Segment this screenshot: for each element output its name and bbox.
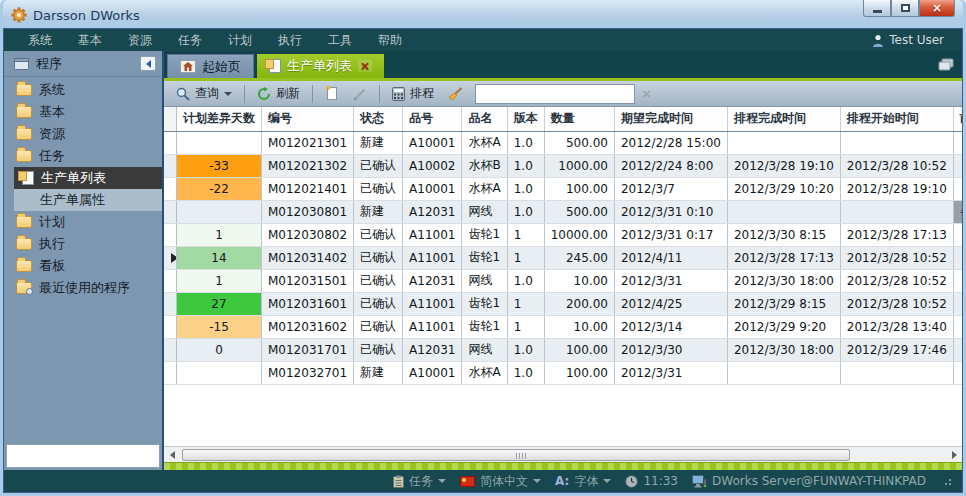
sidebar-item-6[interactable]: 计划 bbox=[4, 211, 162, 233]
folder-icon bbox=[16, 128, 32, 140]
column-header-5[interactable]: 版本 bbox=[507, 107, 544, 131]
close-button[interactable]: × bbox=[919, 0, 955, 17]
row-indicator-cell bbox=[164, 338, 177, 361]
table-header-row: 计划差异天数编号状态品号品名版本数量期望完成时间排程完成时间排程开始时间前 bbox=[164, 107, 962, 131]
menu-item-task[interactable]: 任务 bbox=[178, 32, 202, 49]
cell: 2012/3/28 17:13 bbox=[727, 246, 840, 269]
column-header-4[interactable]: 品名 bbox=[462, 107, 507, 131]
cell: A11001 bbox=[403, 246, 462, 269]
cell: 2012/3/28 19:10 bbox=[727, 154, 840, 177]
table-row[interactable]: 0M012031701已确认A12031网线1.0100.002012/3/30… bbox=[164, 338, 962, 361]
sidebar-item-label: 任务 bbox=[39, 147, 65, 165]
column-header-3[interactable]: 品号 bbox=[403, 107, 462, 131]
minimize-button[interactable] bbox=[863, 0, 891, 17]
table-row[interactable]: -15M012031602已确认A11001齿轮1110.002012/3/14… bbox=[164, 315, 962, 338]
cell bbox=[953, 154, 962, 177]
cell bbox=[727, 200, 840, 223]
table-row[interactable]: 1M012030802已确认A11001齿轮1110000.002012/3/3… bbox=[164, 223, 962, 246]
sidebar-collapse-button[interactable] bbox=[140, 56, 156, 71]
cell: 已确认 bbox=[354, 315, 403, 338]
recent-clock-icon bbox=[26, 288, 33, 295]
maximize-button[interactable] bbox=[891, 0, 919, 17]
tab-production-order-list[interactable]: 生产单列表 × bbox=[257, 54, 384, 78]
sidebar-search-input[interactable] bbox=[19, 449, 169, 463]
column-header-8[interactable]: 排程完成时间 bbox=[727, 107, 840, 131]
scrollbar-thumb[interactable] bbox=[182, 449, 850, 461]
table-row[interactable]: 27M012031601已确认A11001齿轮11200.002012/4/25… bbox=[164, 292, 962, 315]
column-header-6[interactable]: 数量 bbox=[544, 107, 614, 131]
cell: 2012/4/25 bbox=[614, 292, 727, 315]
menu-item-basic[interactable]: 基本 bbox=[78, 32, 102, 49]
sidebar-item-5[interactable]: 生产单属性 bbox=[14, 189, 162, 211]
sidebar-item-4[interactable]: 生产单列表 bbox=[14, 167, 162, 189]
table-row[interactable]: M012032701新建A10001水杯A1.0100.002012/3/31 bbox=[164, 361, 962, 384]
scroll-left-icon[interactable] bbox=[164, 447, 180, 463]
cell: 2012/3/28 17:13 bbox=[840, 223, 953, 246]
column-header-0[interactable]: 计划差异天数 bbox=[177, 107, 262, 131]
column-header-10[interactable]: 前 bbox=[953, 107, 962, 131]
table-row[interactable]: M012021301新建A10001水杯A1.0500.002012/2/28 … bbox=[164, 131, 962, 154]
sidebar-tree: 系统基本资源任务生产单列表生产单属性计划执行看板最近使用的程序 bbox=[4, 77, 162, 442]
cell: 齿轮1 bbox=[462, 315, 507, 338]
column-header-2[interactable]: 状态 bbox=[354, 107, 403, 131]
cell: 1000.00 bbox=[544, 154, 614, 177]
cell: 100.00 bbox=[544, 338, 614, 361]
horizontal-scrollbar[interactable] bbox=[164, 446, 962, 462]
resize-grip[interactable] bbox=[942, 476, 952, 486]
cell: -33 bbox=[177, 154, 262, 177]
table-row[interactable]: -22M012021401已确认A10001水杯A1.0100.002012/3… bbox=[164, 177, 962, 200]
cell: A10001 bbox=[403, 131, 462, 154]
sidebar-item-8[interactable]: 看板 bbox=[4, 255, 162, 277]
new-button[interactable] bbox=[321, 84, 343, 103]
menu-item-system[interactable]: 系统 bbox=[28, 32, 52, 49]
menu-item-plan[interactable]: 计划 bbox=[228, 32, 252, 49]
schedule-button[interactable]: 排程 bbox=[388, 83, 438, 104]
sidebar-header-label: 程序 bbox=[36, 55, 62, 73]
column-header-1[interactable]: 编号 bbox=[262, 107, 354, 131]
cell: 1.0 bbox=[507, 338, 544, 361]
refresh-button[interactable]: 刷新 bbox=[253, 83, 304, 104]
sidebar-item-1[interactable]: 基本 bbox=[4, 101, 162, 123]
sidebar-item-2[interactable]: 资源 bbox=[4, 123, 162, 145]
status-clock: 11:33 bbox=[625, 474, 678, 488]
table-row[interactable]: M012030801新建A12031网线1.0500.002012/3/31 0… bbox=[164, 200, 962, 223]
status-language-menu[interactable]: 简体中文 bbox=[460, 473, 541, 490]
toolbar-search-input[interactable] bbox=[486, 87, 636, 101]
user-menu[interactable]: Test User bbox=[872, 33, 944, 47]
content-area: 起始页 生产单列表 × bbox=[164, 51, 962, 470]
cell: M012021401 bbox=[262, 177, 354, 200]
menu-item-tools[interactable]: 工具 bbox=[328, 32, 352, 49]
cell: 2012/3/30 18:00 bbox=[727, 338, 840, 361]
status-task-menu[interactable]: 任务 bbox=[393, 473, 446, 490]
table-row[interactable]: -33M012021302已确认A10002水杯B1.01000.002012/… bbox=[164, 154, 962, 177]
cell bbox=[953, 361, 962, 384]
cell: M012031701 bbox=[262, 338, 354, 361]
sidebar-item-3[interactable]: 任务 bbox=[4, 145, 162, 167]
edit-button[interactable] bbox=[349, 85, 371, 103]
cell: M012032701 bbox=[262, 361, 354, 384]
cell: 已确认 bbox=[354, 223, 403, 246]
menu-item-help[interactable]: 帮助 bbox=[378, 32, 402, 49]
menu-item-resource[interactable]: 资源 bbox=[128, 32, 152, 49]
sidebar-item-7[interactable]: 执行 bbox=[4, 233, 162, 255]
tab-close-icon[interactable]: × bbox=[358, 60, 372, 72]
cell: 2012/3/31 0:10 bbox=[614, 200, 727, 223]
table-row[interactable]: 1M012031501已确认A12031网线1.010.002012/3/312… bbox=[164, 269, 962, 292]
data-grid: 计划差异天数编号状态品号品名版本数量期望完成时间排程完成时间排程开始时间前 M0… bbox=[164, 107, 962, 446]
menu-item-execute[interactable]: 执行 bbox=[278, 32, 302, 49]
cell: 2012/3/30 8:15 bbox=[727, 223, 840, 246]
status-server: DWorks Server@FUNWAY-THINKPAD bbox=[692, 474, 926, 488]
tab-start-page[interactable]: 起始页 bbox=[167, 54, 254, 78]
sidebar-item-9[interactable]: 最近使用的程序 bbox=[4, 277, 162, 299]
toolbar-search-clear-icon[interactable]: × bbox=[641, 86, 652, 101]
windows-stack-icon[interactable] bbox=[938, 58, 954, 71]
column-header-7[interactable]: 期望完成时间 bbox=[614, 107, 727, 131]
status-font-menu[interactable]: A: 字体 bbox=[555, 473, 611, 490]
query-button[interactable]: 查询 bbox=[172, 83, 236, 104]
table-row[interactable]: 14M012031402已确认A11001齿轮11245.002012/4/11… bbox=[164, 246, 962, 269]
column-header-9[interactable]: 排程开始时间 bbox=[840, 107, 953, 131]
clean-button[interactable] bbox=[444, 85, 467, 103]
scroll-right-icon[interactable] bbox=[946, 447, 962, 463]
cell: 2012/3/14 bbox=[614, 315, 727, 338]
sidebar-item-0[interactable]: 系统 bbox=[4, 79, 162, 101]
